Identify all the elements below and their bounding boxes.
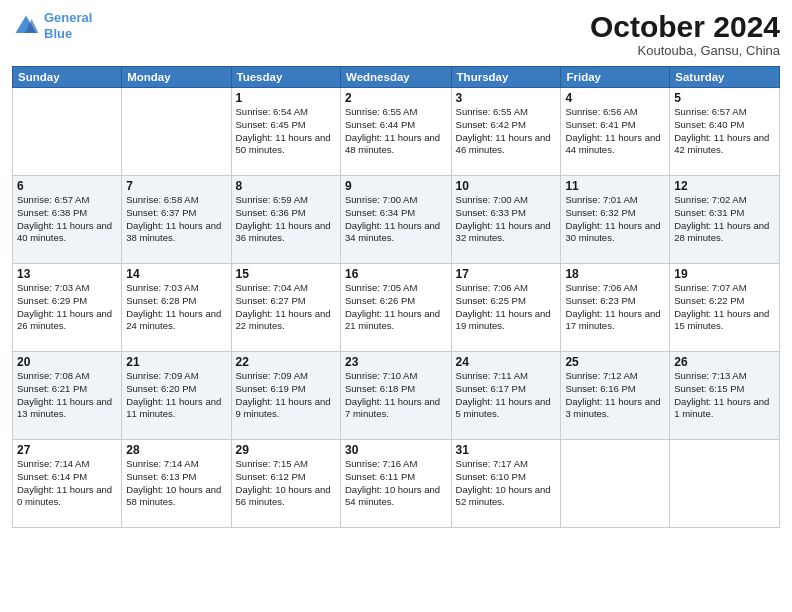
day-detail: Sunrise: 7:14 AM Sunset: 6:14 PM Dayligh…	[17, 458, 117, 509]
day-detail: Sunrise: 7:14 AM Sunset: 6:13 PM Dayligh…	[126, 458, 226, 509]
calendar-cell: 14Sunrise: 7:03 AM Sunset: 6:28 PM Dayli…	[122, 264, 231, 352]
day-detail: Sunrise: 6:54 AM Sunset: 6:45 PM Dayligh…	[236, 106, 336, 157]
day-number: 18	[565, 267, 665, 281]
day-detail: Sunrise: 7:07 AM Sunset: 6:22 PM Dayligh…	[674, 282, 775, 333]
day-number: 14	[126, 267, 226, 281]
logo-line1: General	[44, 10, 92, 25]
calendar-cell: 22Sunrise: 7:09 AM Sunset: 6:19 PM Dayli…	[231, 352, 340, 440]
day-detail: Sunrise: 7:00 AM Sunset: 6:33 PM Dayligh…	[456, 194, 557, 245]
day-number: 25	[565, 355, 665, 369]
calendar-cell: 20Sunrise: 7:08 AM Sunset: 6:21 PM Dayli…	[13, 352, 122, 440]
col-tuesday: Tuesday	[231, 67, 340, 88]
day-number: 4	[565, 91, 665, 105]
calendar: Sunday Monday Tuesday Wednesday Thursday…	[12, 66, 780, 528]
calendar-cell: 5Sunrise: 6:57 AM Sunset: 6:40 PM Daylig…	[670, 88, 780, 176]
day-number: 31	[456, 443, 557, 457]
page: General Blue October 2024 Koutouba, Gans…	[0, 0, 792, 612]
calendar-cell: 9Sunrise: 7:00 AM Sunset: 6:34 PM Daylig…	[341, 176, 452, 264]
day-detail: Sunrise: 7:08 AM Sunset: 6:21 PM Dayligh…	[17, 370, 117, 421]
day-detail: Sunrise: 7:01 AM Sunset: 6:32 PM Dayligh…	[565, 194, 665, 245]
day-detail: Sunrise: 7:12 AM Sunset: 6:16 PM Dayligh…	[565, 370, 665, 421]
header: General Blue October 2024 Koutouba, Gans…	[12, 10, 780, 58]
calendar-cell: 12Sunrise: 7:02 AM Sunset: 6:31 PM Dayli…	[670, 176, 780, 264]
calendar-cell	[13, 88, 122, 176]
day-number: 3	[456, 91, 557, 105]
col-sunday: Sunday	[13, 67, 122, 88]
day-detail: Sunrise: 7:03 AM Sunset: 6:28 PM Dayligh…	[126, 282, 226, 333]
day-number: 21	[126, 355, 226, 369]
calendar-cell: 15Sunrise: 7:04 AM Sunset: 6:27 PM Dayli…	[231, 264, 340, 352]
col-wednesday: Wednesday	[341, 67, 452, 88]
day-number: 19	[674, 267, 775, 281]
calendar-cell: 17Sunrise: 7:06 AM Sunset: 6:25 PM Dayli…	[451, 264, 561, 352]
logo: General Blue	[12, 10, 92, 41]
calendar-cell: 21Sunrise: 7:09 AM Sunset: 6:20 PM Dayli…	[122, 352, 231, 440]
day-detail: Sunrise: 7:02 AM Sunset: 6:31 PM Dayligh…	[674, 194, 775, 245]
day-detail: Sunrise: 7:11 AM Sunset: 6:17 PM Dayligh…	[456, 370, 557, 421]
day-number: 7	[126, 179, 226, 193]
calendar-cell: 19Sunrise: 7:07 AM Sunset: 6:22 PM Dayli…	[670, 264, 780, 352]
day-detail: Sunrise: 7:06 AM Sunset: 6:25 PM Dayligh…	[456, 282, 557, 333]
day-detail: Sunrise: 7:10 AM Sunset: 6:18 PM Dayligh…	[345, 370, 447, 421]
day-number: 13	[17, 267, 117, 281]
calendar-cell: 26Sunrise: 7:13 AM Sunset: 6:15 PM Dayli…	[670, 352, 780, 440]
day-detail: Sunrise: 7:15 AM Sunset: 6:12 PM Dayligh…	[236, 458, 336, 509]
calendar-cell	[561, 440, 670, 528]
calendar-cell: 3Sunrise: 6:55 AM Sunset: 6:42 PM Daylig…	[451, 88, 561, 176]
day-detail: Sunrise: 6:55 AM Sunset: 6:42 PM Dayligh…	[456, 106, 557, 157]
day-number: 23	[345, 355, 447, 369]
calendar-week-1: 6Sunrise: 6:57 AM Sunset: 6:38 PM Daylig…	[13, 176, 780, 264]
day-detail: Sunrise: 6:58 AM Sunset: 6:37 PM Dayligh…	[126, 194, 226, 245]
calendar-cell: 13Sunrise: 7:03 AM Sunset: 6:29 PM Dayli…	[13, 264, 122, 352]
day-detail: Sunrise: 7:03 AM Sunset: 6:29 PM Dayligh…	[17, 282, 117, 333]
day-detail: Sunrise: 6:56 AM Sunset: 6:41 PM Dayligh…	[565, 106, 665, 157]
day-number: 6	[17, 179, 117, 193]
day-detail: Sunrise: 7:16 AM Sunset: 6:11 PM Dayligh…	[345, 458, 447, 509]
day-detail: Sunrise: 7:13 AM Sunset: 6:15 PM Dayligh…	[674, 370, 775, 421]
day-number: 20	[17, 355, 117, 369]
month-title: October 2024	[590, 10, 780, 43]
day-number: 22	[236, 355, 336, 369]
location: Koutouba, Gansu, China	[590, 43, 780, 58]
day-number: 16	[345, 267, 447, 281]
day-number: 1	[236, 91, 336, 105]
calendar-week-4: 27Sunrise: 7:14 AM Sunset: 6:14 PM Dayli…	[13, 440, 780, 528]
calendar-cell: 7Sunrise: 6:58 AM Sunset: 6:37 PM Daylig…	[122, 176, 231, 264]
day-detail: Sunrise: 6:57 AM Sunset: 6:40 PM Dayligh…	[674, 106, 775, 157]
calendar-week-0: 1Sunrise: 6:54 AM Sunset: 6:45 PM Daylig…	[13, 88, 780, 176]
title-section: October 2024 Koutouba, Gansu, China	[590, 10, 780, 58]
logo-icon	[12, 12, 40, 40]
day-detail: Sunrise: 7:05 AM Sunset: 6:26 PM Dayligh…	[345, 282, 447, 333]
day-number: 15	[236, 267, 336, 281]
day-detail: Sunrise: 7:04 AM Sunset: 6:27 PM Dayligh…	[236, 282, 336, 333]
calendar-cell	[670, 440, 780, 528]
calendar-cell: 31Sunrise: 7:17 AM Sunset: 6:10 PM Dayli…	[451, 440, 561, 528]
calendar-cell: 4Sunrise: 6:56 AM Sunset: 6:41 PM Daylig…	[561, 88, 670, 176]
col-monday: Monday	[122, 67, 231, 88]
day-number: 28	[126, 443, 226, 457]
day-number: 27	[17, 443, 117, 457]
day-number: 26	[674, 355, 775, 369]
day-detail: Sunrise: 7:09 AM Sunset: 6:20 PM Dayligh…	[126, 370, 226, 421]
calendar-cell: 18Sunrise: 7:06 AM Sunset: 6:23 PM Dayli…	[561, 264, 670, 352]
day-number: 29	[236, 443, 336, 457]
col-friday: Friday	[561, 67, 670, 88]
calendar-cell: 25Sunrise: 7:12 AM Sunset: 6:16 PM Dayli…	[561, 352, 670, 440]
calendar-header-row: Sunday Monday Tuesday Wednesday Thursday…	[13, 67, 780, 88]
day-detail: Sunrise: 6:59 AM Sunset: 6:36 PM Dayligh…	[236, 194, 336, 245]
day-detail: Sunrise: 6:55 AM Sunset: 6:44 PM Dayligh…	[345, 106, 447, 157]
calendar-cell: 1Sunrise: 6:54 AM Sunset: 6:45 PM Daylig…	[231, 88, 340, 176]
calendar-cell: 8Sunrise: 6:59 AM Sunset: 6:36 PM Daylig…	[231, 176, 340, 264]
calendar-week-3: 20Sunrise: 7:08 AM Sunset: 6:21 PM Dayli…	[13, 352, 780, 440]
calendar-cell	[122, 88, 231, 176]
logo-text: General Blue	[44, 10, 92, 41]
calendar-cell: 6Sunrise: 6:57 AM Sunset: 6:38 PM Daylig…	[13, 176, 122, 264]
calendar-cell: 24Sunrise: 7:11 AM Sunset: 6:17 PM Dayli…	[451, 352, 561, 440]
calendar-cell: 16Sunrise: 7:05 AM Sunset: 6:26 PM Dayli…	[341, 264, 452, 352]
calendar-week-2: 13Sunrise: 7:03 AM Sunset: 6:29 PM Dayli…	[13, 264, 780, 352]
calendar-cell: 27Sunrise: 7:14 AM Sunset: 6:14 PM Dayli…	[13, 440, 122, 528]
day-detail: Sunrise: 7:09 AM Sunset: 6:19 PM Dayligh…	[236, 370, 336, 421]
day-detail: Sunrise: 7:00 AM Sunset: 6:34 PM Dayligh…	[345, 194, 447, 245]
day-number: 11	[565, 179, 665, 193]
calendar-cell: 10Sunrise: 7:00 AM Sunset: 6:33 PM Dayli…	[451, 176, 561, 264]
